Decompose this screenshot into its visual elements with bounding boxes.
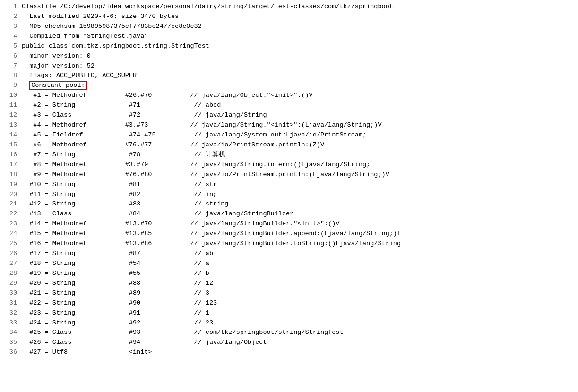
line-content: #15 = Methodref #13.#85 // java/lang/Str…	[22, 229, 401, 239]
line-number: 25	[4, 239, 17, 249]
code-line: 17 #8 = Methodref #3.#79 // java/lang/St…	[0, 160, 578, 170]
line-number: 10	[4, 91, 17, 101]
line-number: 21	[4, 199, 17, 209]
line-number: 13	[4, 120, 17, 130]
line-number: 7	[4, 61, 17, 71]
code-line: 9 Constant pool:	[0, 81, 578, 91]
line-content: #7 = String #78 // 计算机	[22, 150, 225, 160]
line-number: 33	[4, 318, 17, 328]
line-number: 24	[4, 229, 17, 239]
line-content: #19 = String #55 // b	[22, 269, 209, 279]
line-number: 11	[4, 101, 17, 111]
code-line: 32 #23 = String #91 // 1	[0, 308, 578, 318]
code-line: 22 #13 = Class #84 // java/lang/StringBu…	[0, 209, 578, 219]
code-line: 23 #14 = Methodref #13.#70 // java/lang/…	[0, 219, 578, 229]
line-number: 35	[4, 338, 17, 348]
line-number: 16	[4, 150, 17, 160]
code-line: 4 Compiled from "StringTest.java"	[0, 32, 578, 42]
line-content: Classfile /C:/develop/idea_workspace/per…	[22, 2, 393, 12]
line-number: 22	[4, 209, 17, 219]
code-line: 13 #4 = Methodref #3.#73 // java/lang/St…	[0, 120, 578, 130]
code-viewer: 1Classfile /C:/develop/idea_workspace/pe…	[0, 0, 578, 392]
line-content: #3 = Class #72 // java/lang/String	[22, 111, 267, 120]
code-line: 1Classfile /C:/develop/idea_workspace/pe…	[0, 2, 578, 12]
line-content: public class com.tkz.springboot.string.S…	[22, 42, 209, 51]
line-content: Compiled from "StringTest.java"	[22, 32, 148, 42]
line-content: #27 = Utf8 <init>	[22, 348, 152, 358]
line-number: 14	[4, 130, 17, 140]
line-content: #16 = Methodref #13.#86 // java/lang/Str…	[22, 239, 401, 249]
line-content: Last modified 2020-4-6; size 3470 bytes	[22, 12, 179, 22]
line-content: #11 = String #82 // ing	[22, 190, 217, 200]
line-content: #18 = String #54 // a	[22, 259, 209, 269]
code-line: 11 #2 = String #71 // abcd	[0, 101, 578, 111]
line-content: #9 = Methodref #76.#80 // java/io/PrintS…	[22, 170, 389, 180]
code-line: 28 #19 = String #55 // b	[0, 269, 578, 279]
line-number: 12	[4, 111, 17, 120]
code-line: 16 #7 = String #78 // 计算机	[0, 150, 578, 160]
code-line: 34 #25 = Class #93 // com/tkz/springboot…	[0, 328, 578, 338]
line-content: Constant pool:	[22, 81, 87, 91]
code-line: 12 #3 = Class #72 // java/lang/String	[0, 111, 578, 120]
code-line: 30 #21 = String #89 // 3	[0, 289, 578, 298]
code-line: 3 MD5 checksum 159895987375cf7783be2477e…	[0, 22, 578, 32]
line-number: 18	[4, 170, 17, 180]
code-line: 19 #10 = String #81 // str	[0, 180, 578, 190]
line-content: #26 = Class #94 // java/lang/Object	[22, 338, 267, 348]
line-number: 15	[4, 140, 17, 150]
code-line: 33 #24 = String #92 // 23	[0, 318, 578, 328]
line-number: 8	[4, 71, 17, 81]
line-content: #22 = String #90 // 123	[22, 298, 217, 308]
constant-pool-highlight: Constant pool:	[29, 81, 86, 90]
code-line: 29 #20 = String #88 // 12	[0, 279, 578, 289]
line-number: 2	[4, 12, 17, 22]
code-line: 27 #18 = String #54 // a	[0, 259, 578, 269]
line-content: #10 = String #81 // str	[22, 180, 217, 190]
line-content: #14 = Methodref #13.#70 // java/lang/Str…	[22, 219, 339, 229]
code-line: 31 #22 = String #90 // 123	[0, 298, 578, 308]
line-content: #25 = Class #93 // com/tkz/springboot/st…	[22, 328, 344, 338]
line-content: MD5 checksum 159895987375cf7783be2477ee8…	[22, 22, 202, 32]
code-line: 10 #1 = Methodref #26.#70 // java/lang/O…	[0, 91, 578, 101]
code-line: 36 #27 = Utf8 <init>	[0, 348, 578, 358]
line-content: #8 = Methodref #3.#79 // java/lang/Strin…	[22, 160, 370, 170]
code-line: 8 flags: ACC_PUBLIC, ACC_SUPER	[0, 71, 578, 81]
line-content: #23 = String #91 // 1	[22, 308, 209, 318]
code-line: 25 #16 = Methodref #13.#86 // java/lang/…	[0, 239, 578, 249]
line-number: 30	[4, 289, 17, 298]
code-line: 5public class com.tkz.springboot.string.…	[0, 42, 578, 51]
line-number: 26	[4, 249, 17, 259]
code-line: 14 #5 = Fieldref #74.#75 // java/lang/Sy…	[0, 130, 578, 140]
line-number: 28	[4, 269, 17, 279]
line-number: 17	[4, 160, 17, 170]
code-line: 15 #6 = Methodref #76.#77 // java/io/Pri…	[0, 140, 578, 150]
line-number: 29	[4, 279, 17, 289]
line-number: 4	[4, 32, 17, 42]
line-content: flags: ACC_PUBLIC, ACC_SUPER	[22, 71, 137, 81]
line-number: 1	[4, 2, 17, 12]
code-line: 21 #12 = String #83 // string	[0, 199, 578, 209]
line-number: 36	[4, 348, 17, 358]
line-content: major version: 52	[22, 61, 95, 71]
line-number: 6	[4, 51, 17, 61]
line-content: #1 = Methodref #26.#70 // java/lang/Obje…	[22, 91, 313, 101]
line-content: #24 = String #92 // 23	[22, 318, 213, 328]
line-content: #13 = Class #84 // java/lang/StringBuild…	[22, 209, 293, 219]
line-number: 34	[4, 328, 17, 338]
line-number: 19	[4, 180, 17, 190]
code-line: 26 #17 = String #87 // ab	[0, 249, 578, 259]
code-line: 18 #9 = Methodref #76.#80 // java/io/Pri…	[0, 170, 578, 180]
line-number: 9	[4, 81, 17, 91]
line-content: #12 = String #83 // string	[22, 199, 228, 209]
line-content: #20 = String #88 // 12	[22, 279, 213, 289]
code-line: 2 Last modified 2020-4-6; size 3470 byte…	[0, 12, 578, 22]
code-line: 24 #15 = Methodref #13.#85 // java/lang/…	[0, 229, 578, 239]
code-line: 35 #26 = Class #94 // java/lang/Object	[0, 338, 578, 348]
line-number: 20	[4, 190, 17, 200]
line-number: 32	[4, 308, 17, 318]
line-number: 31	[4, 298, 17, 308]
line-content: #4 = Methodref #3.#73 // java/lang/Strin…	[22, 120, 382, 130]
line-content: #6 = Methodref #76.#77 // java/io/PrintS…	[22, 140, 324, 150]
line-number: 27	[4, 259, 17, 269]
code-line: 6 minor version: 0	[0, 51, 578, 61]
